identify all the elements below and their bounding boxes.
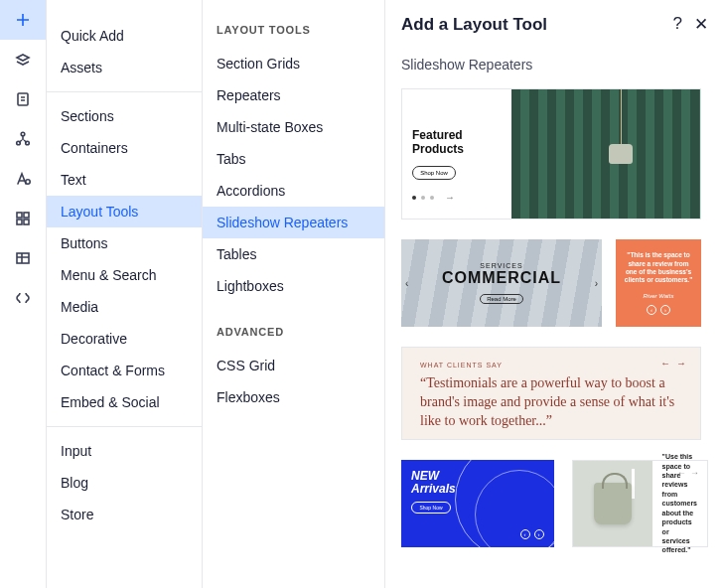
svg-rect-5 xyxy=(17,213,22,218)
cat-menu-search[interactable]: Menu & Search xyxy=(47,259,202,291)
category-column: Quick Add Assets Sections Containers Tex… xyxy=(46,0,203,588)
grid-icon xyxy=(14,210,32,227)
arrow-right-icon: → xyxy=(445,192,455,203)
panel-header: Add a Layout Tool ? ✕ xyxy=(401,14,708,35)
apps-tab[interactable] xyxy=(0,199,46,238)
codeblock-icon xyxy=(14,289,32,307)
preset-image xyxy=(511,89,700,219)
typography-icon xyxy=(14,170,32,188)
page-icon xyxy=(14,90,32,108)
cat-store[interactable]: Store xyxy=(47,499,202,530)
preset-testimonials[interactable]: ←→ WHAT CLIENTS SAY “Testimonials are a … xyxy=(401,347,701,440)
prev-icon: ← xyxy=(660,358,670,368)
preset-button: Read More xyxy=(480,294,523,304)
preset-image xyxy=(573,461,652,546)
theme-tab[interactable] xyxy=(0,159,46,199)
prev-icon: ‹ xyxy=(520,529,530,539)
svg-rect-8 xyxy=(24,220,29,224)
close-icon[interactable]: ✕ xyxy=(694,14,708,35)
sub-repeaters[interactable]: Repeaters xyxy=(203,79,384,111)
separator xyxy=(47,426,202,427)
preset-featured-products[interactable]: FeaturedProducts Shop Now → xyxy=(401,88,701,220)
pager-dots: → xyxy=(412,192,455,203)
svg-point-1 xyxy=(21,132,25,136)
next-icon: › xyxy=(660,305,670,315)
help-icon[interactable]: ? xyxy=(673,14,682,35)
carousel-controls: ←→ xyxy=(660,358,686,368)
prev-icon: ‹ xyxy=(647,305,656,315)
svg-point-4 xyxy=(26,180,30,184)
chevron-left-icon: ‹ xyxy=(405,278,408,289)
preset-text: Featured xyxy=(412,128,463,142)
carousel-controls: ‹› xyxy=(647,305,670,315)
cat-assets[interactable]: Assets xyxy=(47,52,202,83)
section-heading: ADVANCED xyxy=(203,322,384,350)
preset-product-review[interactable]: ←→ "Use this space to share reviews from… xyxy=(572,460,708,547)
cat-containers[interactable]: Containers xyxy=(47,132,202,164)
subcategory-column: LAYOUT TOOLS Section Grids Repeaters Mul… xyxy=(203,0,385,588)
panel-subtitle: Slideshow Repeaters xyxy=(401,57,708,73)
sub-lightboxes[interactable]: Lightboxes xyxy=(203,270,384,302)
section-heading: LAYOUT TOOLS xyxy=(203,20,384,48)
cat-input[interactable]: Input xyxy=(47,435,202,467)
cat-embed-social[interactable]: Embed & Social xyxy=(47,386,202,418)
preset-button: Shop Now xyxy=(412,166,456,180)
preset-text: Arrivals xyxy=(411,482,456,496)
sub-css-grid[interactable]: CSS Grid xyxy=(203,350,384,381)
preset-text: Products xyxy=(412,142,464,156)
separator xyxy=(47,91,202,92)
chevron-right-icon: › xyxy=(595,278,598,289)
preset-commercial[interactable]: ‹ › SERVICES COMMERCIAL Read More "This … xyxy=(401,239,701,327)
cat-media[interactable]: Media xyxy=(47,291,202,323)
svg-rect-6 xyxy=(24,213,29,218)
plus-icon xyxy=(14,11,32,29)
cat-buttons[interactable]: Buttons xyxy=(47,227,202,259)
sub-flexboxes[interactable]: Flexboxes xyxy=(203,381,384,413)
sub-section-grids[interactable]: Section Grids xyxy=(203,48,384,79)
svg-rect-7 xyxy=(17,220,22,224)
network-icon xyxy=(14,130,32,148)
preset-button: Shop Now xyxy=(411,502,451,514)
preset-quote: “Testimonials are a powerful way to boos… xyxy=(420,374,682,431)
next-icon: › xyxy=(534,529,544,539)
layers-icon xyxy=(14,51,32,69)
carousel-controls: ←→ xyxy=(677,467,699,479)
cat-layout-tools[interactable]: Layout Tools xyxy=(47,196,202,227)
sub-accordions[interactable]: Accordions xyxy=(203,175,384,207)
cat-blog[interactable]: Blog xyxy=(47,467,202,499)
panel-title: Add a Layout Tool xyxy=(401,15,673,35)
cat-contact-forms[interactable]: Contact & Forms xyxy=(47,355,202,386)
connections-tab[interactable] xyxy=(0,119,46,159)
cat-decorative[interactable]: Decorative xyxy=(47,323,202,355)
preset-heading: COMMERCIAL xyxy=(442,269,561,287)
preview-panel: Add a Layout Tool ? ✕ Slideshow Repeater… xyxy=(385,0,724,588)
next-icon: → xyxy=(676,358,686,368)
sub-tables[interactable]: Tables xyxy=(203,238,384,270)
preset-label: SERVICES xyxy=(442,262,561,269)
preset-text: NEW xyxy=(411,469,439,483)
cat-quick-add[interactable]: Quick Add xyxy=(47,20,202,52)
sub-tabs[interactable]: Tabs xyxy=(203,143,384,175)
preset-new-arrivals[interactable]: NEWArrivals Shop Now ‹› xyxy=(401,460,554,547)
pages-tab[interactable] xyxy=(0,79,46,119)
prev-icon: ← xyxy=(677,467,686,479)
data-tab[interactable] xyxy=(0,238,46,278)
preset-author: River Watts xyxy=(644,293,674,299)
preset-quote: "This is the space to share a review fro… xyxy=(624,251,693,285)
carousel-controls: ‹› xyxy=(520,529,544,539)
svg-rect-9 xyxy=(17,253,29,263)
layers-tab[interactable] xyxy=(0,40,46,79)
cat-sections[interactable]: Sections xyxy=(47,100,202,132)
next-icon: → xyxy=(690,467,699,479)
sub-slideshow-repeaters[interactable]: Slideshow Repeaters xyxy=(203,207,384,238)
preset-label: WHAT CLIENTS SAY xyxy=(420,362,682,368)
svg-rect-0 xyxy=(18,93,28,105)
add-elements-tab[interactable] xyxy=(0,0,46,40)
table-icon xyxy=(14,249,32,267)
cat-text[interactable]: Text xyxy=(47,164,202,196)
sub-multistate[interactable]: Multi-state Boxes xyxy=(203,111,384,143)
code-tab[interactable] xyxy=(0,278,46,318)
icon-sidebar xyxy=(0,0,46,588)
